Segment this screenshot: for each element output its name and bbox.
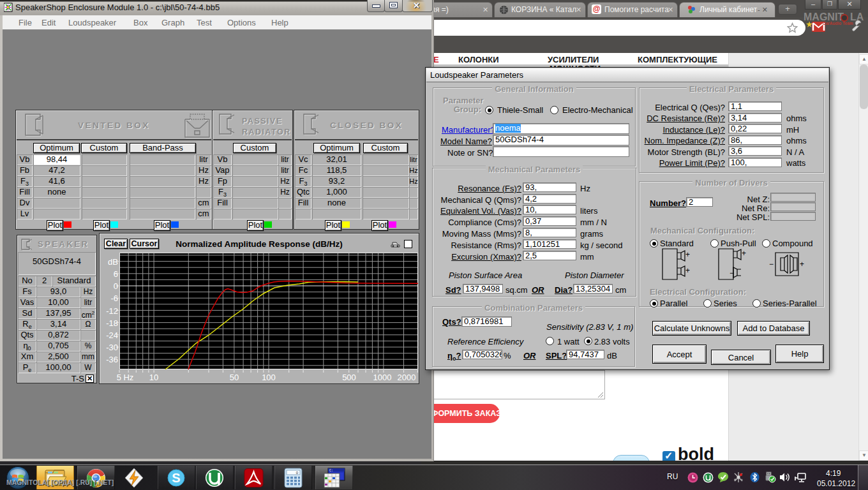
svg-text:+: + xyxy=(742,249,746,258)
svg-text:+: + xyxy=(685,266,690,275)
svg-text:−: − xyxy=(730,269,734,278)
svg-text:S: S xyxy=(172,471,180,485)
svg-text:+: + xyxy=(800,260,804,269)
svg-text:−: − xyxy=(769,260,774,269)
svg-text:C:: C: xyxy=(329,469,333,473)
svg-text:+: + xyxy=(685,250,690,259)
